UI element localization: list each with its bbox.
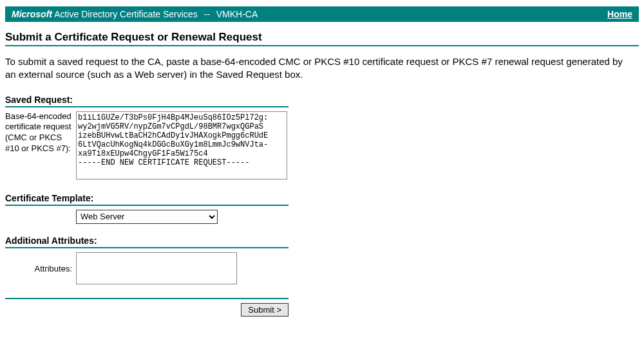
instructions-text: To submit a saved request to the CA, pas… [5, 55, 630, 82]
submit-row: Submit > [5, 298, 289, 317]
header-bar: Microsoft Active Directory Certificate S… [5, 6, 639, 22]
product-text: Active Directory Certificate Services [54, 9, 198, 19]
certificate-template-heading: Certificate Template: [5, 193, 289, 206]
attributes-textarea[interactable] [76, 252, 237, 284]
additional-attributes-section: Additional Attributes: Attributes: [5, 235, 289, 286]
saved-request-textarea[interactable] [76, 111, 287, 180]
certificate-template-section: Certificate Template: Web Server [5, 193, 289, 224]
title-underline [5, 45, 639, 46]
submit-button[interactable]: Submit > [241, 303, 289, 317]
ca-name-text: VMKH-CA [216, 9, 258, 19]
home-link[interactable]: Home [607, 9, 632, 19]
certificate-template-select[interactable]: Web Server [76, 210, 218, 224]
saved-request-label: Base-64-encoded certificate request (CMC… [5, 111, 76, 155]
saved-request-section: Saved Request: Base-64-encoded certifica… [5, 95, 289, 181]
header-title: Microsoft Active Directory Certificate S… [12, 9, 258, 19]
attributes-label: Attributes: [5, 264, 76, 275]
brand-text: Microsoft [12, 9, 52, 19]
saved-request-heading: Saved Request: [5, 95, 289, 107]
page-title: Submit a Certificate Request or Renewal … [5, 31, 639, 44]
additional-attributes-heading: Additional Attributes: [5, 235, 289, 248]
header-separator: -- [204, 9, 210, 19]
